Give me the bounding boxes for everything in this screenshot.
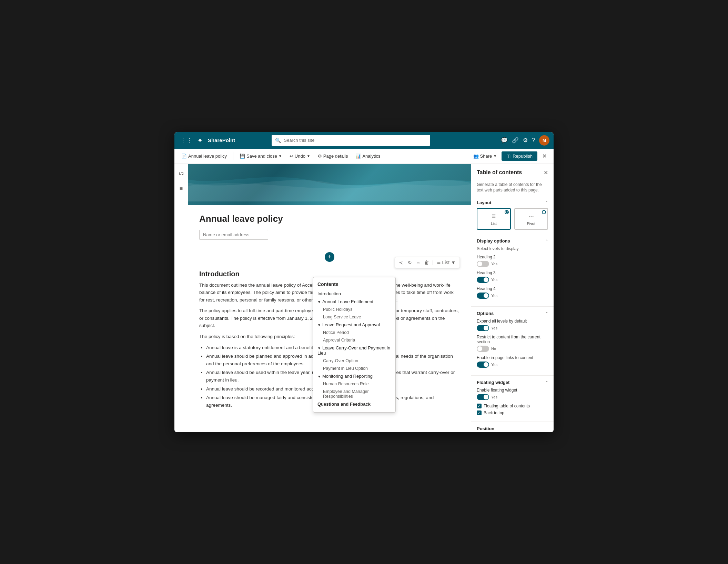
panel-description: Generate a table of contents for the tex… xyxy=(471,179,554,196)
pivot-layout-icon: ··· xyxy=(528,212,534,220)
page-hero xyxy=(188,164,471,205)
heading4-label: Heading 4 xyxy=(477,286,548,291)
search-bar[interactable]: 🔍 xyxy=(272,135,430,146)
page-details-button[interactable]: ⚙ Page details xyxy=(315,152,351,160)
share-icon: 👥 xyxy=(473,154,479,159)
section-add-icon[interactable]: ≡ xyxy=(176,183,187,194)
enable-floating-toggle-label: Yes xyxy=(491,395,497,399)
restrict-section-toggle[interactable] xyxy=(477,346,489,352)
restrict-section-row: Restrict to content from the current sec… xyxy=(477,335,548,352)
layout-radio-list xyxy=(505,210,509,214)
webpart-move-button[interactable]: ≺ xyxy=(397,259,405,266)
name-email-input[interactable] xyxy=(199,230,268,240)
app-name: SharePoint xyxy=(208,137,235,143)
expand-all-toggle-label: Yes xyxy=(491,326,497,330)
toolbar-right: 👥 Share ▼ ◫ Republish ✕ xyxy=(471,151,549,161)
floating-toc-checkbox[interactable] xyxy=(477,404,482,408)
heading3-label: Heading 3 xyxy=(477,270,548,275)
layout-option-pivot[interactable]: ··· Pivot xyxy=(514,208,548,230)
analytics-button[interactable]: 📊 Analytics xyxy=(353,152,383,160)
search-input[interactable] xyxy=(284,138,427,143)
toc-item-notice[interactable]: Notice Period xyxy=(317,329,391,336)
toc-item-approval[interactable]: Approval Criteria xyxy=(317,336,391,344)
restrict-section-label: Restrict to content from the current sec… xyxy=(477,335,548,344)
position-header: Position xyxy=(477,426,548,431)
republish-label: Republish xyxy=(513,154,533,159)
undo-chevron-icon: ▼ xyxy=(307,154,310,158)
save-close-button[interactable]: 💾 Save and close ▼ xyxy=(237,152,285,160)
webpart-delete-button[interactable]: 🗑 xyxy=(423,259,431,266)
options-section-header[interactable]: Options ⌃ xyxy=(477,311,548,316)
side-action-bar: 🗂 ≡ ⸻ xyxy=(174,164,188,432)
close-editor-button[interactable]: ✕ xyxy=(539,151,549,161)
webpart-refresh-button[interactable]: ↻ xyxy=(406,259,414,266)
pivot-layout-label: Pivot xyxy=(527,221,535,226)
heading2-toggle-row: Yes xyxy=(477,261,548,267)
waffle-icon[interactable]: ⋮⋮ xyxy=(179,135,194,146)
restrict-section-toggle-label: No xyxy=(491,347,496,351)
help-icon[interactable]: ? xyxy=(532,137,535,144)
enable-links-toggle-row: Yes xyxy=(477,362,548,368)
floating-widget-title: Floating widget xyxy=(477,380,509,385)
heading4-toggle-row: Yes xyxy=(477,293,548,299)
page-content: Annual leave policy + ≺ ↻ ⎓ 🗑 | ≣ List ▼ xyxy=(188,164,471,432)
toc-item-leave-request[interactable]: ▼Leave Request and Approval xyxy=(317,321,391,329)
toc-item-entitlement[interactable]: ▼Annual Leave Entitlement xyxy=(317,298,391,306)
page-icon: 📄 xyxy=(181,154,187,159)
enable-floating-toggle[interactable] xyxy=(477,394,489,400)
undo-label: Undo xyxy=(295,154,305,159)
floating-widget-header[interactable]: Floating widget ⌃ xyxy=(477,380,548,385)
undo-button[interactable]: ↩ Undo ▼ xyxy=(287,152,313,160)
toc-item-public-holidays[interactable]: Public Holidays xyxy=(317,306,391,313)
display-options-chevron-icon: ⌃ xyxy=(545,239,548,243)
add-section-button[interactable]: + xyxy=(325,252,334,262)
toc-item-payment-lieu[interactable]: Payment in Lieu Option xyxy=(317,365,391,372)
heading4-toggle[interactable] xyxy=(477,293,489,299)
content-section-intro: ≺ ↻ ⎓ 🗑 | ≣ List ▼ Introduction This doc… xyxy=(199,270,460,409)
heading4-row: Heading 4 Yes xyxy=(477,286,548,299)
expand-all-toggle[interactable] xyxy=(477,325,489,331)
toc-item-employee-manager[interactable]: Employee and Manager Responsibilities xyxy=(317,388,391,400)
avatar[interactable]: M xyxy=(539,135,549,146)
layout-section-header[interactable]: Layout ⌃ xyxy=(477,200,548,205)
heading2-toggle[interactable] xyxy=(477,261,489,267)
toc-popup: Contents Introduction ▼Annual Leave Enti… xyxy=(313,277,396,413)
webpart-toolbar: ≺ ↻ ⎓ 🗑 | ≣ List ▼ xyxy=(395,257,460,268)
options-chevron-icon: ⌃ xyxy=(545,311,548,315)
layout-option-list[interactable]: ≡ List xyxy=(477,208,511,230)
breadcrumb-item[interactable]: 📄 Annual leave policy xyxy=(179,152,230,160)
settings-icon[interactable]: ⚙ xyxy=(523,137,528,144)
toc-item-monitoring[interactable]: ▼Monitoring and Reporting xyxy=(317,372,391,380)
toc-item-carryover[interactable]: ▼Leave Carry-Over and Payment in Lieu xyxy=(317,344,391,357)
toc-item-long-service[interactable]: Long Service Leave xyxy=(317,313,391,321)
display-options-title: Display options xyxy=(477,238,510,244)
top-navigation: ⋮⋮ ✦ SharePoint 🔍 💬 🔗 ⚙ ? M xyxy=(174,132,554,149)
share-button[interactable]: 👥 Share ▼ xyxy=(471,152,500,160)
toc-item-questions[interactable]: Questions and Feedback xyxy=(317,400,391,408)
chat-icon[interactable]: 💬 xyxy=(501,137,508,144)
options-section-title: Options xyxy=(477,311,494,316)
webpart-list-button[interactable]: ≣ List ▼ xyxy=(435,259,457,266)
display-options-header[interactable]: Display options ⌃ xyxy=(477,238,548,244)
layout-chevron-icon: ⌃ xyxy=(545,201,548,205)
layout-icon[interactable]: ⸻ xyxy=(176,198,187,209)
nav-right: 💬 🔗 ⚙ ? M xyxy=(501,135,549,146)
save-chevron-icon: ▼ xyxy=(279,154,282,158)
webpart-copy-button[interactable]: ⎓ xyxy=(415,259,421,266)
share-icon[interactable]: 🔗 xyxy=(512,137,519,144)
toc-item-carryover-option[interactable]: Carry-Over Option xyxy=(317,357,391,365)
enable-links-toggle[interactable] xyxy=(477,362,489,368)
panel-close-button[interactable]: ✕ xyxy=(544,169,548,176)
toc-item-hr-role[interactable]: Human Resources Role xyxy=(317,380,391,388)
save-icon: 💾 xyxy=(240,154,245,159)
back-to-top-checkbox[interactable] xyxy=(477,410,482,415)
republish-button[interactable]: ◫ Republish xyxy=(502,151,537,161)
expand-all-toggle-row: Yes xyxy=(477,325,548,331)
heading3-toggle[interactable] xyxy=(477,277,489,283)
position-section: Position ⇤ ⇳ ⇥ xyxy=(471,422,554,432)
analytics-label: Analytics xyxy=(362,154,380,159)
enable-floating-label: Enable floating widget xyxy=(477,388,548,393)
toc-item-intro[interactable]: Introduction xyxy=(317,290,391,298)
property-pane-icon[interactable]: 🗂 xyxy=(176,168,187,179)
list-layout-icon: ≡ xyxy=(492,212,496,220)
